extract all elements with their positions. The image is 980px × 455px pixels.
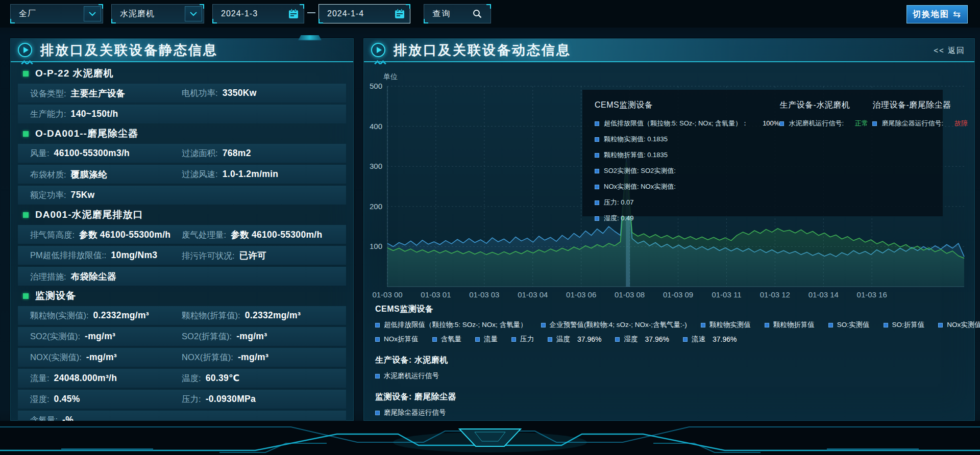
legend-square-icon bbox=[375, 374, 380, 378]
section-bullet-icon bbox=[23, 293, 29, 299]
info-row: 排气筒高度:参数 46100-55300m/h废气处理量:参数 46100-55… bbox=[18, 225, 346, 244]
legend-square-icon bbox=[884, 323, 888, 327]
static-info-title: 排放口及关联设备静态信息 bbox=[40, 41, 218, 59]
cems-legend-title: CEMS监测设备 bbox=[375, 304, 966, 315]
date-from-picker[interactable]: 2024-1-3 bbox=[212, 4, 304, 23]
factory-select-value: 全厂 bbox=[11, 9, 84, 19]
legend-item[interactable]: 企业预警值(颗粒物:4; sOz-; NOx-;含氧气量:-) bbox=[541, 320, 687, 330]
chart-legends: CEMS监测设备 超低排放限值（颗拉物:5: SOz-; NOx; 含氧量）企业… bbox=[375, 304, 966, 422]
legend-square-icon bbox=[872, 121, 877, 126]
legend-square-icon bbox=[375, 323, 380, 327]
legend-item[interactable]: 颗粒物折算值 bbox=[765, 320, 815, 330]
chevron-down-icon[interactable] bbox=[185, 6, 202, 21]
bottom-tech-border-decoration bbox=[0, 421, 980, 455]
legend-item-value: 37.96% bbox=[645, 335, 669, 343]
tooltip-production-title: 生产设备-水泥磨机 bbox=[779, 100, 872, 111]
dynamic-info-title: 排放口及关联设备动态信息 bbox=[394, 41, 571, 59]
info-row: SO2(实测值):-mg/m³SO2(折算值):-mg/m³ bbox=[18, 327, 346, 346]
legend-item[interactable]: 流量 bbox=[475, 335, 498, 344]
field-label: 颗粒物(实测值): bbox=[30, 310, 89, 321]
legend-item[interactable]: NOx折算值 bbox=[375, 335, 419, 344]
legend-item[interactable]: SO:折算值 bbox=[884, 320, 925, 330]
legend-item[interactable]: 湿度37.96% bbox=[615, 335, 669, 344]
legend-square-icon bbox=[683, 337, 688, 342]
tooltip-item: 超低排放限值（颗拉物:5: SOz-; NOx; 含氧量）：100% bbox=[595, 119, 779, 128]
factory-select[interactable]: 全厂 bbox=[10, 4, 103, 23]
field-value: 10mg/Nm3 bbox=[111, 250, 157, 261]
legend-square-icon bbox=[595, 153, 599, 158]
device-select-value: 水泥磨机 bbox=[112, 9, 185, 19]
date-to-picker[interactable]: 2024-1-4 bbox=[318, 4, 410, 23]
swap-arrows-icon: ⇆ bbox=[953, 9, 962, 20]
calendar-icon[interactable] bbox=[391, 6, 408, 21]
legend-item-production-signal[interactable]: 水泥磨机运行信号 bbox=[375, 371, 439, 381]
svg-text:200: 200 bbox=[370, 202, 382, 211]
legend-square-icon bbox=[375, 411, 380, 415]
play-icon bbox=[18, 43, 32, 57]
svg-text:400: 400 bbox=[370, 122, 382, 131]
chevron-down-icon[interactable] bbox=[84, 6, 101, 21]
legend-item[interactable]: 流速37.96% bbox=[683, 335, 737, 344]
field-value: 布袋除尘器 bbox=[71, 270, 116, 283]
legend-square-icon bbox=[595, 169, 599, 173]
info-row: 风量:46100-55300m3/h过滤面积:768m2 bbox=[18, 144, 346, 163]
legend-item[interactable]: 压力 bbox=[511, 335, 534, 344]
field-label: 废气处理量: bbox=[182, 230, 226, 241]
legend-item[interactable]: 含氧量 bbox=[432, 335, 462, 344]
section-bullet-icon bbox=[23, 212, 29, 218]
field-label: SO2(实测值): bbox=[30, 331, 80, 342]
info-row: 治理措施:布袋除尘器 bbox=[18, 267, 346, 286]
section-header: O-DA001--磨尾除尘器 bbox=[18, 125, 346, 142]
field-label: 额定功率: bbox=[30, 190, 66, 201]
legend-item-value: 37.96% bbox=[713, 335, 737, 343]
field-value: 3350Kw bbox=[223, 88, 257, 98]
tooltip-cems-items: 超低排放限值（颗拉物:5: SOz-; NOx; 含氧量）：100%颗粒物实测值… bbox=[595, 119, 779, 223]
field-value: 768m2 bbox=[223, 148, 251, 159]
legend-square-icon bbox=[432, 337, 437, 342]
svg-text:500: 500 bbox=[370, 82, 382, 90]
field-value: -0.0930MPa bbox=[206, 394, 256, 405]
device-select[interactable]: 水泥磨机 bbox=[111, 4, 204, 23]
field-value: -mg/m³ bbox=[236, 331, 267, 342]
production-legend-title: 生产设备: 水泥磨机 bbox=[375, 355, 966, 366]
field-label: NOX(折算值): bbox=[182, 352, 233, 363]
legend-square-icon bbox=[511, 337, 516, 342]
svg-text:01-03 14: 01-03 14 bbox=[808, 290, 839, 299]
legend-item[interactable]: SO:实测值 bbox=[828, 320, 870, 330]
field-label: 温度: bbox=[182, 373, 201, 384]
legend-item[interactable]: 颗粒物实测值 bbox=[701, 320, 751, 330]
back-link[interactable]: << 返回 bbox=[934, 46, 965, 56]
field-label: 颗粒物(折算值): bbox=[182, 310, 240, 321]
query-button[interactable]: 查询 bbox=[424, 4, 491, 23]
info-row: 设备类型:主要生产设备电机功率:3350Kw bbox=[18, 84, 346, 103]
field-label: 设备类型: bbox=[30, 88, 66, 99]
svg-text:01-03 00: 01-03 00 bbox=[372, 290, 402, 299]
info-row: 流量:24048.000m³/h温度:60.39℃ bbox=[18, 369, 346, 388]
legend-item[interactable]: 超低排放限值（颗拉物:5: SOz-; NOx; 含氧量） bbox=[375, 320, 527, 330]
section-header: 监测设备 bbox=[18, 288, 346, 304]
monitor-legend-title: 监测设备: 磨尾除尘器 bbox=[375, 392, 966, 402]
legend-square-icon bbox=[828, 323, 833, 327]
tooltip-treatment-signal: 磨尾除尘器运行信号: 故障 bbox=[872, 119, 968, 128]
legend-item-monitor-signal[interactable]: 磨尾除尘器运行信号 bbox=[375, 408, 446, 417]
cems-legend-row-1: 超低排放限值（颗拉物:5: SOz-; NOx; 含氧量）企业预警值(颗粒物:4… bbox=[375, 320, 966, 330]
tooltip-cems-title: CEMS监测设备 bbox=[595, 100, 779, 111]
legend-square-icon bbox=[595, 185, 599, 189]
tooltip-item: 颗粒物折算值: 0.1835 bbox=[595, 150, 779, 160]
field-value: 0.2332mg/m³ bbox=[245, 310, 301, 321]
tooltip-item: 颗粒物实测值: 0.1835 bbox=[595, 135, 779, 144]
switch-map-button[interactable]: 切换地图 ⇆ bbox=[906, 5, 968, 23]
dynamic-info-panel: 排放口及关联设备动态信息 << 返回 单位 10020030040050001-… bbox=[363, 38, 975, 421]
date-from-value: 2024-1-3 bbox=[213, 9, 285, 18]
field-value: 0.2332mg/m³ bbox=[93, 310, 149, 321]
legend-item[interactable]: 温度37.96% bbox=[548, 335, 601, 344]
calendar-icon[interactable] bbox=[285, 6, 302, 21]
legend-square-icon bbox=[701, 323, 705, 327]
treatment-signal-status: 故障 bbox=[954, 119, 968, 128]
svg-text:100: 100 bbox=[370, 242, 382, 250]
legend-square-icon bbox=[765, 323, 769, 327]
info-row: 额定功率:75Kw bbox=[18, 186, 346, 205]
legend-square-icon bbox=[375, 337, 380, 342]
field-value: 参数 46100-55300m/h bbox=[231, 229, 322, 241]
legend-item[interactable]: NOx实测值 bbox=[938, 320, 980, 330]
